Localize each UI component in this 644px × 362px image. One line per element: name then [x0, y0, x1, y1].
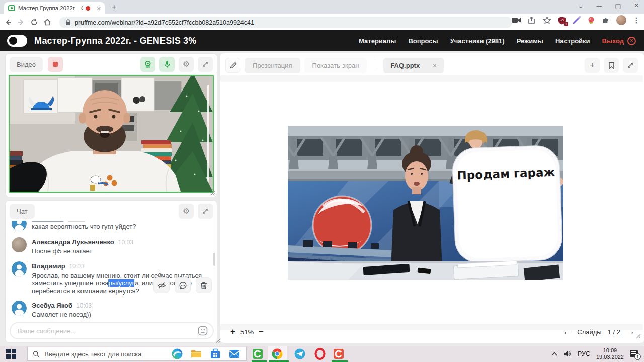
tab-presentation[interactable]: Презентация: [245, 58, 300, 73]
ublock-extension-icon[interactable]: uO 1: [558, 16, 566, 25]
zoom-in-button[interactable]: +: [227, 327, 238, 337]
pruffme-logo: [7, 35, 27, 47]
eye-off-icon: [157, 281, 166, 290]
chat-message-input[interactable]: [18, 327, 198, 335]
clipped-time: [68, 221, 85, 222]
address-bar[interactable]: pruffme.com/webinar/?id=a92d7c552cf7fccb…: [59, 17, 512, 28]
avatar: [12, 301, 27, 316]
video-settings-button[interactable]: ⚙: [179, 57, 194, 72]
microphone-button[interactable]: [159, 57, 175, 72]
prev-slide-button[interactable]: ←: [562, 327, 571, 337]
language-indicator[interactable]: РУС: [578, 350, 590, 357]
exit-button[interactable]: Выход ×: [602, 37, 636, 45]
menu-settings[interactable]: Настройки: [555, 37, 590, 45]
microphone-icon: [163, 60, 171, 68]
flower-extension-icon[interactable]: [587, 16, 595, 24]
chrome-icon[interactable]: [271, 348, 283, 360]
notification-center-button[interactable]: 1: [630, 349, 640, 358]
stop-record-button[interactable]: [48, 57, 63, 72]
video-expand-button[interactable]: [198, 57, 213, 72]
tab-search-chevron-icon[interactable]: ⌄: [578, 2, 583, 10]
forward-button[interactable]: [17, 18, 30, 26]
exit-label: Выход: [602, 37, 624, 45]
chat-panel-button[interactable]: Чат: [10, 204, 35, 219]
message-time: 10:03: [118, 239, 133, 246]
telegram-icon[interactable]: [294, 348, 306, 360]
tab-file[interactable]: FAQ.pptx ×: [383, 58, 443, 73]
webcam-button[interactable]: [140, 57, 155, 72]
taskbar-clock[interactable]: 10:09 19.03.2022: [596, 347, 624, 360]
share-icon[interactable]: [528, 16, 536, 24]
tab-title: Мастер-Группа 2022г. - GEN: [18, 5, 83, 11]
browser-tab-bar: Мастер-Группа 2022г. - GEN × + ⌄ — ▢ ×: [0, 0, 644, 14]
draw-tool-button[interactable]: [225, 58, 240, 73]
new-tab-button[interactable]: +: [112, 3, 116, 12]
bookmark-star-icon[interactable]: [543, 16, 551, 24]
clock-date: 19.03.2022: [596, 354, 624, 360]
zoom-value: 51%: [240, 328, 254, 336]
pen-extension-icon[interactable]: [573, 16, 581, 24]
add-material-button[interactable]: +: [585, 58, 600, 73]
next-slide-button[interactable]: →: [626, 327, 635, 337]
window-minimize-button[interactable]: —: [596, 3, 602, 9]
tab-screen-share[interactable]: Показать экран: [304, 58, 367, 73]
chat-scrollbar[interactable]: [213, 253, 215, 266]
menu-questions[interactable]: Вопросы: [408, 37, 438, 45]
chat-settings-button[interactable]: ⚙: [179, 204, 194, 219]
emoji-button[interactable]: [198, 326, 208, 336]
slide-position: 1 / 2: [608, 328, 620, 336]
opera-icon[interactable]: [314, 348, 326, 360]
delete-message-button[interactable]: [196, 277, 212, 293]
ms-store-icon[interactable]: [209, 348, 221, 360]
message-text: Самолет не поезд)): [32, 311, 210, 319]
menu-modes[interactable]: Режимы: [517, 37, 543, 45]
clipped-name: [32, 221, 64, 222]
mail-icon[interactable]: [228, 348, 240, 360]
back-button[interactable]: [4, 18, 17, 26]
avatar: [12, 221, 27, 231]
camtasia-recorder-icon[interactable]: [333, 348, 345, 360]
chat-panel: Чат ⚙ какая вероятность что гугл уйдет?: [5, 200, 217, 343]
camtasia-icon[interactable]: [252, 348, 264, 360]
presentation-resize-handle[interactable]: [636, 334, 641, 339]
notification-badge: 1: [634, 353, 641, 360]
extensions-puzzle-icon[interactable]: [602, 16, 610, 24]
chat-message-list: какая вероятность что гугл уйдет? Алекса…: [6, 221, 217, 320]
webinar-header: Мастер-Группа 2022г. - GENESIS 3% Матери…: [0, 30, 644, 51]
browser-menu-icon[interactable]: ⋮: [633, 16, 640, 24]
browser-tab[interactable]: Мастер-Группа 2022г. - GEN ×: [4, 2, 105, 14]
bookmark-button[interactable]: [604, 58, 619, 73]
avatar: [12, 261, 27, 277]
expand-icon: [627, 62, 634, 69]
menu-participants[interactable]: Участники (2981): [450, 37, 505, 45]
home-button[interactable]: [43, 18, 56, 26]
reply-message-button[interactable]: [175, 277, 191, 293]
chat-message: какая вероятность что гугл уйдет?: [12, 221, 210, 231]
bookmark-icon: [608, 62, 615, 69]
zoom-out-button[interactable]: −: [256, 327, 267, 337]
video-resize-handle[interactable]: [210, 191, 215, 196]
chat-expand-button[interactable]: [198, 204, 213, 219]
lock-icon: [65, 19, 71, 26]
expand-icon: [202, 61, 209, 68]
tray-chevron-up-icon[interactable]: [551, 352, 557, 356]
window-close-button[interactable]: ×: [634, 1, 639, 10]
edge-icon[interactable]: [171, 348, 183, 360]
start-button[interactable]: [6, 349, 16, 359]
volume-icon[interactable]: [564, 350, 572, 357]
message-actions: [153, 277, 212, 293]
reload-button[interactable]: [30, 18, 43, 26]
presentation-expand-button[interactable]: [623, 58, 638, 73]
window-maximize-button[interactable]: ▢: [615, 2, 621, 10]
tab-capture-camera-icon[interactable]: [512, 17, 521, 24]
slide-image: Продам гараж: [288, 126, 564, 280]
profile-avatar[interactable]: [616, 15, 626, 25]
hide-message-button[interactable]: [153, 277, 170, 293]
menu-materials[interactable]: Материалы: [359, 37, 396, 45]
file-tab-close-icon[interactable]: ×: [433, 62, 437, 69]
tab-close-icon[interactable]: ×: [97, 5, 101, 12]
message-time: 10:03: [76, 302, 92, 309]
video-panel-button[interactable]: Видео: [10, 57, 43, 72]
file-explorer-icon[interactable]: [190, 348, 202, 360]
chat-message: Эсебуа Якоб10:03 Самолет не поезд)): [12, 301, 210, 319]
